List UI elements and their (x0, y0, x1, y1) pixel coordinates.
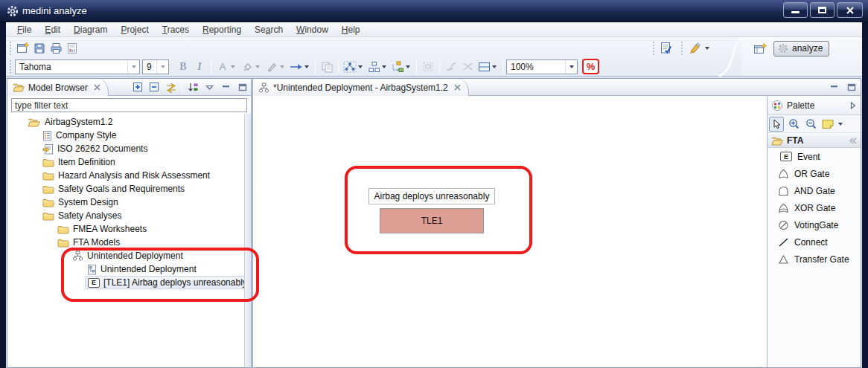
collapse-palette-icon[interactable] (850, 102, 856, 109)
palette-item-connect[interactable]: Connect (768, 233, 861, 251)
chevron-down-icon[interactable] (280, 65, 284, 68)
maximize-view-button[interactable] (236, 81, 249, 94)
chevron-down-icon[interactable] (382, 65, 386, 68)
diagram-canvas[interactable]: Airbag deploys unreasonably TLE1 (253, 96, 767, 367)
view-menu-button[interactable] (203, 81, 216, 94)
chevron-down-icon[interactable] (705, 47, 709, 50)
tree-item-item-definition[interactable]: Item Definition (42, 155, 115, 169)
italic-button[interactable]: I (191, 59, 208, 75)
menu-traces[interactable]: Traces (156, 22, 196, 36)
merge-links-button[interactable] (443, 59, 459, 75)
chevron-down-icon[interactable] (406, 65, 410, 68)
chevron-down-icon[interactable] (838, 123, 843, 126)
menu-edit[interactable]: Edit (38, 22, 67, 36)
palette-item-and-gate[interactable]: AND Gate (768, 182, 861, 199)
minimize-button[interactable] (783, 2, 808, 18)
font-size-select[interactable]: 9 (142, 59, 169, 74)
tree-vertical-scrollbar[interactable] (244, 114, 251, 367)
chevron-down-icon[interactable] (492, 65, 497, 68)
validate-model-button[interactable] (658, 40, 674, 57)
palette-item-voting-gate[interactable]: VotingGate (768, 216, 861, 233)
report-button[interactable] (64, 40, 80, 57)
fill-color-button[interactable] (239, 59, 255, 75)
menu-search[interactable]: Search (248, 22, 290, 36)
expand-all-button[interactable] (132, 81, 144, 94)
menu-diagram[interactable]: Diagram (67, 22, 114, 36)
tree-filter-input[interactable] (11, 98, 247, 112)
zoom-level-select[interactable]: 100% (506, 59, 578, 74)
chevron-down-icon[interactable] (231, 65, 235, 68)
note-tool[interactable] (820, 117, 835, 132)
minimize-view-button[interactable] (828, 81, 840, 94)
open-perspective-button[interactable] (752, 40, 768, 57)
chevron-down-icon[interactable] (358, 65, 363, 68)
close-icon[interactable] (454, 84, 461, 91)
menu-file[interactable]: File (10, 22, 38, 36)
close-button[interactable] (837, 2, 863, 18)
palette-item-transfer-gate[interactable]: Transfer Gate (768, 251, 861, 268)
document-export-icon (42, 143, 54, 155)
tree-item-airbagsystem[interactable]: AirbagSystem1.2 (28, 115, 112, 129)
chevron-down-icon[interactable] (255, 65, 260, 68)
zoom-in-tool[interactable] (786, 117, 801, 132)
palette-drawer-fta[interactable]: FTA (768, 133, 861, 148)
menu-project[interactable]: Project (114, 22, 155, 36)
collapse-all-button[interactable] (148, 81, 161, 94)
zoom-out-tool[interactable] (803, 117, 818, 132)
model-browser-tab[interactable]: Model Browser (7, 79, 109, 96)
event-node-tle1[interactable]: TLE1 (380, 208, 484, 233)
tree-item-safety-analyses[interactable]: Safety Analyses (42, 209, 121, 222)
select-tool[interactable] (769, 117, 784, 132)
layout-hierarchy-button[interactable] (366, 59, 382, 75)
new-diagram-button[interactable] (15, 40, 31, 57)
link-with-editor-button[interactable] (165, 81, 177, 94)
tree-item-tle1-event[interactable]: E [TLE1] Airbag deploys unreasonably [1 (85, 276, 252, 289)
editor-tabbar: *Unintended Deployment - AirbagSystem1.2 (253, 79, 861, 96)
highlight-marker-button[interactable] (686, 40, 703, 57)
palette-item-or-gate[interactable]: OR Gate (768, 165, 861, 182)
perspective-analyze-button[interactable]: analyze (773, 41, 829, 57)
bold-button[interactable]: B (175, 59, 191, 75)
connection-style-button[interactable] (288, 59, 304, 75)
align-elements-button[interactable] (389, 59, 406, 75)
sort-button[interactable] (187, 81, 200, 94)
editor-tab-unintended-deployment[interactable]: *Unintended Deployment - AirbagSystem1.2 (253, 79, 469, 96)
palette-header[interactable]: Palette (768, 96, 861, 115)
minimize-view-button[interactable] (220, 81, 232, 94)
toolbar-drag-handle[interactable] (9, 42, 13, 55)
menu-reporting[interactable]: Reporting (196, 22, 248, 36)
zoom-percent-button[interactable]: % (582, 59, 599, 74)
toolbar-drag-handle[interactable] (652, 42, 656, 55)
save-button[interactable] (31, 40, 48, 57)
tree-item-company-style[interactable]: Company Style (42, 129, 116, 142)
toolbar-drag-handle[interactable] (680, 42, 684, 55)
tree-item-fta-models[interactable]: FTA Models (57, 236, 120, 249)
tree-item-hazard-analysis[interactable]: Hazard Analysis and Risk Assessment (42, 169, 210, 182)
tree-item-fta-unintended-deployment[interactable]: Unintended Deployment (72, 249, 183, 262)
fit-selection-button[interactable] (420, 59, 436, 75)
tree-item-fmea-worksheets[interactable]: FMEA Worksheets (57, 222, 147, 236)
maximize-button[interactable] (810, 2, 835, 18)
font-family-select[interactable]: Tahoma (15, 59, 140, 74)
toolbar-drag-handle[interactable] (9, 60, 13, 74)
event-label-box[interactable]: Airbag deploys unreasonably (368, 188, 495, 204)
palette-item-event[interactable]: E Event (768, 148, 861, 165)
copy-appearance-button[interactable] (319, 59, 335, 75)
layout-diagram-button[interactable] (342, 59, 358, 75)
close-icon[interactable] (94, 84, 100, 91)
font-color-button[interactable]: A (214, 59, 231, 75)
folder-icon (57, 225, 69, 234)
maximize-view-button[interactable] (845, 81, 858, 94)
palette-item-xor-gate[interactable]: XOR Gate (768, 199, 861, 216)
split-links-button[interactable] (459, 59, 476, 75)
chevron-down-icon[interactable] (304, 65, 309, 68)
print-button[interactable] (48, 40, 64, 57)
grid-visibility-button[interactable] (476, 59, 492, 75)
menu-help[interactable]: Help (335, 22, 367, 36)
tree-item-iso-documents[interactable]: ISO 26262 Documents (42, 142, 147, 155)
tree-item-diagram-unintended-deployment[interactable]: Unintended Deployment (87, 262, 197, 276)
tree-item-system-design[interactable]: System Design (42, 196, 118, 209)
menu-window[interactable]: Window (290, 22, 335, 36)
tree-item-safety-goals[interactable]: Safety Goals and Requirements (42, 182, 185, 196)
line-color-button[interactable] (264, 59, 280, 75)
